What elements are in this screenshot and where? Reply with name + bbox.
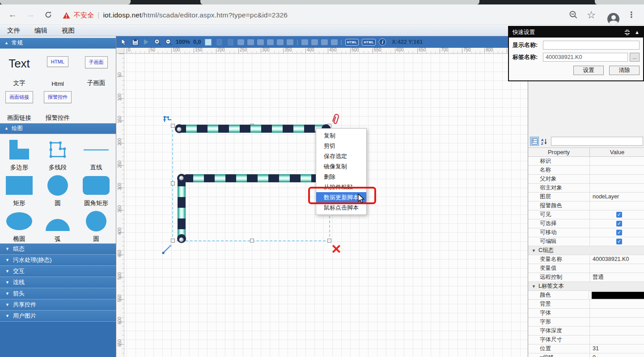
browser-tab[interactable] <box>0 0 131 4</box>
selection-bounding-box[interactable] <box>172 125 330 241</box>
checkbox-checked-icon[interactable]: ✓ <box>616 230 622 235</box>
section-header-drawing[interactable]: ▲ 绘图 <box>0 123 116 134</box>
property-row[interactable]: 可移动✓ <box>528 228 644 237</box>
property-value[interactable]: ✓ <box>590 228 644 237</box>
bookmark-star-icon[interactable]: ☆ <box>585 8 597 21</box>
menubar-item[interactable]: 视图 <box>55 26 82 35</box>
property-value[interactable] <box>590 300 644 308</box>
property-row[interactable]: 可编辑✓ <box>528 237 644 246</box>
property-value[interactable] <box>590 318 644 326</box>
property-value[interactable] <box>590 327 644 335</box>
quick-settings-header[interactable]: 快速设置 ▲ <box>509 27 643 38</box>
menubar-item[interactable]: 编辑 <box>27 26 55 35</box>
property-row[interactable]: 父对象 <box>528 175 644 184</box>
property-row[interactable]: 字体尺寸 <box>528 336 644 344</box>
browser-menu-icon[interactable]: ⋮ <box>625 8 638 21</box>
context-menu-item[interactable]: 剪切 <box>316 141 366 151</box>
property-row[interactable]: 报警颜色 <box>528 202 644 210</box>
palette-item[interactable]: HTMLHtml <box>38 55 77 90</box>
palette-item[interactable]: 直线 <box>77 139 115 174</box>
property-value[interactable] <box>589 291 644 299</box>
diagonal-resize-handle-icon[interactable] <box>161 244 173 255</box>
selection-handle[interactable] <box>171 181 175 185</box>
property-value[interactable] <box>590 175 644 183</box>
property-row[interactable]: 变量值 <box>528 264 644 273</box>
checkbox-checked-icon[interactable]: ✓ <box>616 212 622 218</box>
selection-handle[interactable] <box>171 239 175 243</box>
back-icon[interactable]: ← <box>6 8 19 21</box>
pipe-endpoint-knob[interactable] <box>177 127 182 132</box>
html-export-icon[interactable]: HTML <box>345 39 359 46</box>
property-value[interactable] <box>590 336 644 344</box>
tag-name-input[interactable] <box>543 53 628 62</box>
palette-item[interactable]: 圆 <box>77 210 115 246</box>
property-row[interactable]: ▼L标签文本 <box>528 282 644 291</box>
delete-x-mark-icon[interactable] <box>331 244 341 254</box>
property-row[interactable]: 名称 <box>528 166 644 175</box>
pipe-segment-top[interactable] <box>175 125 330 133</box>
property-filter-input[interactable] <box>551 137 643 146</box>
zoom-in-icon[interactable] <box>153 38 161 46</box>
property-value[interactable]: 31 <box>590 344 644 353</box>
context-menu-item[interactable]: 删除 <box>316 172 366 182</box>
section-header-collapsed[interactable]: ▼箭头 <box>0 288 116 299</box>
section-header-general[interactable]: ▲ 常规 <box>0 38 116 49</box>
section-header-collapsed[interactable]: ▼连线 <box>0 277 116 288</box>
browser-tab[interactable] <box>200 0 479 4</box>
set-button[interactable]: 设置 <box>573 66 604 75</box>
display-name-input[interactable] <box>543 41 640 50</box>
pipe-endpoint-knob[interactable] <box>179 176 184 181</box>
select-tool-icon[interactable] <box>120 38 128 46</box>
property-value[interactable]: 0 <box>590 353 644 357</box>
section-header-collapsed[interactable]: ▼用户图片 <box>0 311 116 322</box>
pipe-endpoint-knob[interactable] <box>179 237 184 242</box>
zoom-out-page-icon[interactable] <box>567 8 580 21</box>
property-row[interactable]: 远程控制普通 <box>528 273 644 282</box>
color-swatch[interactable] <box>592 292 644 299</box>
palette-item[interactable]: 矩形 <box>0 174 38 210</box>
property-value[interactable]: ✓ <box>590 210 644 219</box>
palette-item[interactable]: 多线段 <box>38 139 77 174</box>
property-row[interactable]: 字形 <box>528 318 644 327</box>
info-icon[interactable]: i <box>379 38 386 46</box>
context-menu-item[interactable]: 复制 <box>316 130 366 141</box>
browse-tags-button[interactable]: ... <box>630 53 640 62</box>
property-row[interactable]: 可选择✓ <box>528 219 644 228</box>
property-value[interactable]: nodeLayer <box>590 193 644 201</box>
pipe-segment-middle[interactable] <box>182 174 330 182</box>
property-value[interactable] <box>590 157 644 165</box>
palette-item[interactable]: 画面链接画面链接 <box>0 90 38 125</box>
property-row[interactable]: 可见✓ <box>528 210 644 219</box>
palette-item[interactable]: 椭圆 <box>0 210 38 246</box>
section-header-collapsed[interactable]: ▼共享控件 <box>0 299 116 311</box>
palette-item[interactable]: 子画面子画面 <box>77 55 115 90</box>
property-row[interactable]: 字体深度 <box>528 327 644 336</box>
property-row[interactable]: x偏移0 <box>528 353 644 357</box>
categorize-view-icon[interactable] <box>530 137 539 146</box>
dock-icon[interactable] <box>624 29 630 35</box>
property-value[interactable] <box>590 184 644 192</box>
palette-item[interactable]: Text文字 <box>0 55 38 90</box>
palette-item[interactable]: 圆 <box>38 174 77 210</box>
collapse-icon[interactable]: ▲ <box>635 30 640 35</box>
profile-avatar[interactable] <box>607 13 619 25</box>
property-value[interactable] <box>590 202 644 210</box>
checkbox-checked-icon[interactable]: ✓ <box>616 221 622 227</box>
canvas-settings-icon[interactable] <box>204 38 212 46</box>
palette-item[interactable]: 报警控件报警控件 <box>38 90 77 125</box>
browser-tab[interactable] <box>595 0 644 4</box>
context-menu-item[interactable]: 保存选定 <box>316 151 366 161</box>
palette-item[interactable]: 弧 <box>38 210 77 246</box>
url-text[interactable]: iot.idosp.net/html/scada/editor.aspx.htm… <box>103 11 288 19</box>
property-row[interactable]: ▼C组态 <box>528 246 644 255</box>
pipe-segment-vertical[interactable] <box>178 176 186 242</box>
property-value[interactable]: ✓ <box>590 237 644 246</box>
checkbox-checked-icon[interactable]: ✓ <box>616 239 622 244</box>
property-row[interactable]: 宿主对象 <box>528 184 644 193</box>
property-value[interactable]: ✓ <box>590 219 644 228</box>
property-row[interactable]: 变量名称400038921.K0 <box>528 255 644 264</box>
property-value[interactable]: 400038921.K0 <box>590 255 644 264</box>
save-icon[interactable] <box>131 38 139 46</box>
property-value[interactable]: 普通 <box>590 273 644 281</box>
zoom-out-icon[interactable] <box>165 38 173 46</box>
